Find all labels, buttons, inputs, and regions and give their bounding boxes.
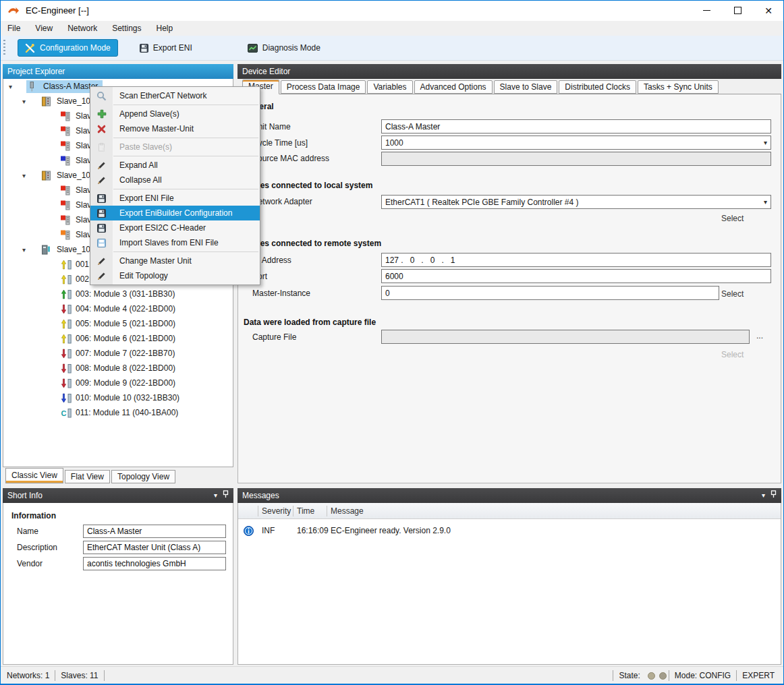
tab-variables[interactable]: Variables [367, 80, 412, 94]
context-menu-item-change-master-unit[interactable]: Change Master Unit [90, 254, 260, 268]
panel-menu-chevron-icon[interactable]: ▾ [214, 488, 217, 503]
menu-item-file[interactable]: File [1, 22, 29, 35]
context-menu-item-label: Paste Slave(s) [113, 142, 172, 152]
window-title: EC-Engineer [--] [26, 5, 89, 16]
toolbar-button-label: Export ENI [153, 43, 192, 53]
cycle-time-select[interactable]: 1000 ▾ [381, 136, 771, 150]
mod-up-yellow-icon [61, 334, 73, 344]
context-menu-item-edit-topology[interactable]: Edit Topology [90, 268, 260, 283]
tree-item-label: 011: Module 11 (040-1BA00) [76, 408, 178, 417]
tree-item[interactable]: 009: Module 9 (022-1BD00) [3, 376, 233, 390]
adapter-select-link[interactable]: Select [721, 214, 744, 223]
tree-item[interactable]: C011: Module 11 (040-1BA00) [3, 405, 233, 420]
master-icon [28, 82, 40, 92]
import-icon [90, 239, 113, 247]
column-message[interactable]: Message [327, 506, 781, 516]
ip-address-input[interactable] [381, 253, 771, 267]
context-menu-item-expand-all[interactable]: Expand All [90, 158, 260, 173]
tree-expand-arrow-icon[interactable]: ▾ [20, 98, 40, 105]
tree-item-body: 010: Module 10 (032-1BB30) [59, 392, 184, 405]
context-menu-item-scan-ethercat-network[interactable]: Scan EtherCAT Network [90, 88, 260, 103]
tree-item[interactable]: 006: Module 6 (021-1BD00) [3, 331, 233, 346]
instance-select-link[interactable]: Select [721, 289, 744, 299]
description-field[interactable] [83, 541, 226, 554]
tree-item[interactable]: 008: Module 8 (022-1BD00) [3, 361, 233, 376]
browse-button[interactable]: ... [756, 331, 763, 340]
tree-expand-arrow-icon[interactable]: ▾ [20, 246, 40, 254]
context-menu-item-export-esi2c-c-header[interactable]: Export ESI2C C-Header [90, 220, 260, 235]
network-adapter-select[interactable]: EtherCAT1 ( Realtek PCIe GBE Family Cont… [381, 195, 771, 209]
tree-item[interactable]: 010: Module 10 (032-1BB30) [3, 390, 233, 405]
name-field[interactable] [83, 525, 226, 538]
maximize-button[interactable] [722, 0, 753, 21]
tree-item[interactable]: 004: Module 4 (022-1BD00) [3, 301, 233, 316]
description-label: Description [17, 543, 83, 552]
tab-slave-to-slave[interactable]: Slave to Slave [494, 80, 558, 94]
toolbar-diagnosis-mode-button[interactable]: Diagnosis Mode [241, 39, 327, 57]
tree-expand-arrow-icon[interactable]: ▾ [20, 172, 40, 179]
context-menu-item-remove-master-unit[interactable]: Remove Master-Unit [90, 121, 260, 136]
capture-file-label: Capture File [252, 332, 296, 342]
minimize-button[interactable] [691, 0, 722, 21]
unit-name-input[interactable] [381, 119, 771, 133]
tree-item-body: 003: Module 3 (031-1BB30) [59, 288, 179, 301]
tab-advanced-options[interactable]: Advanced Options [414, 80, 493, 94]
context-menu-item-export-enibuilder-configuration[interactable]: Export EniBuilder Configuration [90, 206, 260, 220]
save-icon [90, 194, 113, 203]
tab-topology-view[interactable]: Topology View [111, 470, 175, 483]
tree-item[interactable]: 007: Module 7 (022-1BB70) [3, 346, 233, 361]
context-menu-item-label: Append Slave(s) [113, 109, 179, 119]
tree-item-body: 008: Module 8 (022-1BD00) [59, 362, 180, 375]
coupler-icon [42, 96, 54, 107]
context-menu-item-collapse-all[interactable]: Collapse All [90, 173, 260, 187]
tree-item[interactable]: 003: Module 3 (031-1BB30) [3, 287, 233, 301]
toolbar-export-eni-button[interactable]: Export ENI [133, 39, 199, 57]
tab-flat-view[interactable]: Flat View [65, 470, 110, 483]
toolbar-grip-handle[interactable] [3, 40, 5, 57]
section-remote-system: Slaves connected to remote system [244, 239, 381, 248]
column-severity[interactable]: Severity [258, 506, 293, 516]
coupler-icon [42, 171, 54, 181]
menu-item-help[interactable]: Help [150, 22, 182, 35]
section-local-system: Slaves connected to local system [244, 181, 372, 190]
context-menu-item-export-eni-file[interactable]: Export ENI File [90, 191, 260, 206]
column-time[interactable]: Time [293, 506, 327, 516]
tree-item-body: 006: Module 6 (021-1BD00) [59, 332, 180, 345]
context-menu-item-import-slaves-from-eni-file[interactable]: Import Slaves from ENI File [90, 235, 260, 250]
network-adapter-value: EtherCAT1 ( Realtek PCIe GBE Family Cont… [385, 198, 579, 207]
context-menu-item-append-slave-s[interactable]: Append Slave(s) [90, 107, 260, 121]
menu-item-network[interactable]: Network [61, 22, 106, 35]
title-bar: EC-Engineer [--] ✕ [0, 0, 784, 21]
master-instance-input[interactable] [381, 286, 719, 300]
tab-process-data-image[interactable]: Process Data Image [281, 80, 366, 94]
pencil-icon [90, 176, 113, 185]
cycle-time-value: 1000 [385, 138, 403, 148]
tab-tasks-sync-units[interactable]: Tasks + Sync Units [638, 80, 719, 94]
port-input[interactable] [381, 269, 771, 283]
short-info-header: ▾ Short Info [3, 488, 233, 503]
tree-item-body: 005: Module 5 (021-1BD00) [59, 318, 180, 330]
pin-icon[interactable] [223, 488, 229, 503]
tree-item[interactable]: 005: Module 5 (021-1BD00) [3, 316, 233, 331]
name-label: Name [17, 527, 83, 536]
panel-menu-chevron-icon[interactable]: ▾ [762, 488, 765, 503]
mod-up-yellow-icon [61, 274, 73, 285]
toolbar-configuration-mode-button[interactable]: Configuration Mode [18, 39, 118, 57]
vendor-field[interactable] [83, 557, 226, 570]
tab-distributed-clocks[interactable]: Distributed Clocks [559, 80, 636, 94]
menu-item-settings[interactable]: Settings [106, 22, 150, 35]
tab-classic-view[interactable]: Classic View [5, 468, 63, 483]
close-button[interactable]: ✕ [753, 0, 784, 21]
tree-item-label: 006: Module 6 (021-1BD00) [76, 334, 175, 343]
context-menu-item-label: Export ENI File [113, 193, 174, 203]
svg-text:C: C [61, 409, 67, 417]
pin-icon[interactable] [771, 488, 777, 503]
search-icon [90, 91, 113, 101]
tree-expand-arrow-icon[interactable]: ▾ [6, 83, 26, 90]
message-row[interactable]: INF16:16:09EC-Engineer ready. Version 2.… [238, 523, 781, 538]
message-severity: INF [258, 526, 293, 535]
device-editor-title: Device Editor [242, 67, 290, 76]
slave-red-icon [61, 111, 73, 121]
severity-icon-column[interactable] [238, 506, 258, 516]
menu-item-view[interactable]: View [29, 22, 61, 35]
